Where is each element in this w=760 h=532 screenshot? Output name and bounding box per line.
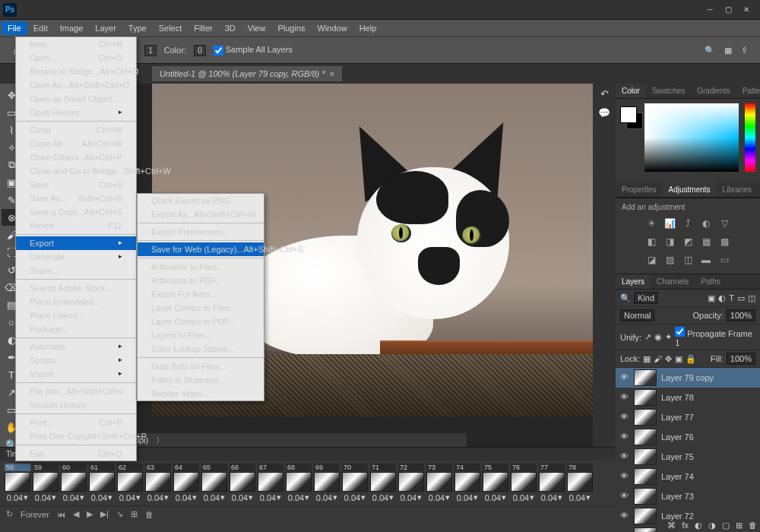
menu-item[interactable]: Search Adobe Stock... xyxy=(16,281,136,295)
menu-item[interactable]: Color Lookup Tables... xyxy=(138,342,264,356)
timeline-frame[interactable]: 760.04▾ xyxy=(511,464,537,502)
visibility-icon[interactable]: 👁 xyxy=(619,432,629,442)
bw-icon[interactable]: ◨ xyxy=(663,236,676,248)
timeline-frames[interactable]: 580.04▾590.04▾600.04▾610.04▾620.04▾630.0… xyxy=(0,461,616,505)
play-icon[interactable]: ▶ xyxy=(87,509,93,519)
menu-view[interactable]: View xyxy=(242,21,272,35)
structure-input[interactable]: 1 xyxy=(144,45,157,56)
close-tab-icon[interactable]: × xyxy=(330,69,334,78)
menu-plugins[interactable]: Plugins xyxy=(271,21,311,35)
menu-help[interactable]: Help xyxy=(353,21,383,35)
layer-row[interactable]: 👁Layer 79 copy xyxy=(616,368,760,388)
history-icon[interactable]: ↶ xyxy=(600,88,609,100)
menu-item[interactable]: Export Preferences... xyxy=(138,225,264,239)
menu-item[interactable]: Quick Export as PNG xyxy=(138,194,264,207)
fg-color-swatch[interactable] xyxy=(620,106,637,123)
unify-pos-icon[interactable]: ↗ xyxy=(644,332,651,342)
menu-file[interactable]: File xyxy=(2,21,27,35)
menu-item[interactable]: Export xyxy=(16,236,136,250)
workspace-icon[interactable]: ▦ xyxy=(724,46,732,55)
menu-image[interactable]: Image xyxy=(54,21,90,35)
layer-row[interactable]: 👁Layer 73 xyxy=(616,486,760,506)
timeline-frame[interactable]: 590.04▾ xyxy=(33,464,59,502)
brightness-icon[interactable]: ☀ xyxy=(645,217,657,230)
layers-panel-tabs[interactable]: LayersChannelsPaths xyxy=(616,274,760,290)
filter-smart-icon[interactable]: ◫ xyxy=(748,293,755,303)
tab-channels[interactable]: Channels xyxy=(651,274,695,289)
exposure-icon[interactable]: ◐ xyxy=(700,217,712,230)
menu-item[interactable]: SaveCtrl+S xyxy=(16,178,136,192)
layer-row[interactable]: 👁Layer 75 xyxy=(616,447,760,467)
share-icon[interactable]: ⇪ xyxy=(741,46,748,55)
color-input[interactable]: 0 xyxy=(194,45,206,56)
export-submenu[interactable]: Quick Export as PNGExport As...Alt+Shift… xyxy=(137,193,264,401)
color-picker[interactable] xyxy=(644,103,739,172)
menu-item[interactable]: Import xyxy=(16,367,136,381)
visibility-icon[interactable]: 👁 xyxy=(619,392,629,403)
vibrance-icon[interactable]: ▽ xyxy=(718,217,730,230)
loop-icon[interactable]: ↻ xyxy=(6,509,13,519)
invert-icon[interactable]: ◪ xyxy=(645,254,657,266)
trash-icon[interactable]: 🗑 xyxy=(749,521,757,530)
menu-item[interactable]: New...Ctrl+N xyxy=(16,37,136,51)
menu-type[interactable]: Type xyxy=(122,21,153,35)
timeline-frame[interactable]: 750.04▾ xyxy=(483,464,508,502)
fill-input[interactable]: 100% xyxy=(727,353,755,365)
filter-adj-icon[interactable]: ◐ xyxy=(718,293,726,303)
timeline-frame[interactable]: 620.04▾ xyxy=(117,464,143,502)
menu-item[interactable]: Render Video... xyxy=(138,387,264,401)
unify-style-icon[interactable]: ✦ xyxy=(665,332,672,342)
menu-window[interactable]: Window xyxy=(312,21,353,35)
timeline-frame[interactable]: 780.04▾ xyxy=(567,464,593,502)
tab-paths[interactable]: Paths xyxy=(695,274,727,289)
delete-frame-icon[interactable]: 🗑 xyxy=(145,510,154,519)
filter-shape-icon[interactable]: ▭ xyxy=(737,293,745,303)
new-frame-icon[interactable]: ⊞ xyxy=(131,509,138,519)
layer-kind-dropdown[interactable]: Kind xyxy=(634,292,658,304)
lock-pixels-icon[interactable]: ▦ xyxy=(643,354,651,364)
chevron-right-icon[interactable]: 〉 xyxy=(156,435,164,446)
menu-item[interactable]: ExitCtrl+Q xyxy=(16,447,136,461)
visibility-icon[interactable]: 👁 xyxy=(619,511,629,521)
tab-adjustments[interactable]: Adjustments xyxy=(663,182,717,197)
timeline-frame[interactable]: 650.04▾ xyxy=(201,464,227,502)
menu-item[interactable]: Close OthersAlt+Ctrl+P xyxy=(16,150,136,164)
visibility-icon[interactable]: 👁 xyxy=(619,412,629,423)
menu-item[interactable]: Browse in Bridge...Alt+Ctrl+O xyxy=(16,65,136,78)
color-panel[interactable] xyxy=(616,99,760,182)
menu-item[interactable]: Generate xyxy=(16,250,136,264)
filter-type-icon[interactable]: T xyxy=(729,293,734,302)
hue-icon[interactable]: ◧ xyxy=(645,236,657,248)
menu-item[interactable]: Scripts xyxy=(16,353,136,367)
lock-brush-icon[interactable]: 🖌 xyxy=(654,354,662,363)
close-icon[interactable]: ✕ xyxy=(742,5,751,14)
gradient-map-icon[interactable]: ▬ xyxy=(700,254,712,266)
layer-row[interactable]: 👁Layer 78 xyxy=(616,388,760,407)
menu-item[interactable]: Save a Copy...Alt+Ctrl+S xyxy=(16,205,136,219)
file-menu[interactable]: New...Ctrl+NOpen...Ctrl+OBrowse in Bridg… xyxy=(15,36,137,461)
timeline-frame[interactable]: 680.04▾ xyxy=(286,464,312,502)
timeline-frame[interactable]: 710.04▾ xyxy=(370,464,396,502)
tab-layers[interactable]: Layers xyxy=(616,274,651,289)
levels-icon[interactable]: 📊 xyxy=(663,217,676,230)
menu-item[interactable]: Open Recent xyxy=(16,106,136,119)
visibility-icon[interactable]: 👁 xyxy=(619,491,629,502)
lock-move-icon[interactable]: ✥ xyxy=(665,354,672,364)
menu-item[interactable]: Save As...Shift+Ctrl+S xyxy=(16,192,136,205)
menu-item[interactable]: CloseCtrl+W xyxy=(16,123,136,137)
posterize-icon[interactable]: ▨ xyxy=(663,254,676,266)
menu-filter[interactable]: Filter xyxy=(188,21,218,35)
maximize-icon[interactable]: ▢ xyxy=(724,5,733,14)
timeline-frame[interactable]: 700.04▾ xyxy=(342,464,368,502)
new-layer-icon[interactable]: ⊞ xyxy=(736,521,743,530)
mask-icon[interactable]: ◐ xyxy=(695,521,702,530)
menu-item[interactable]: Print...Ctrl+P xyxy=(16,416,136,429)
timeline-frame[interactable]: 720.04▾ xyxy=(398,464,424,502)
mixer-icon[interactable]: ▦ xyxy=(700,236,712,248)
comments-icon[interactable]: 💬 xyxy=(598,107,610,119)
menu-item[interactable]: Share... xyxy=(16,264,136,277)
loop-dropdown[interactable]: Forever xyxy=(21,510,49,519)
adjust-icon[interactable]: ◑ xyxy=(708,521,716,530)
menu-select[interactable]: Select xyxy=(153,21,188,35)
layer-row[interactable]: 👁Layer 74 xyxy=(616,467,760,486)
